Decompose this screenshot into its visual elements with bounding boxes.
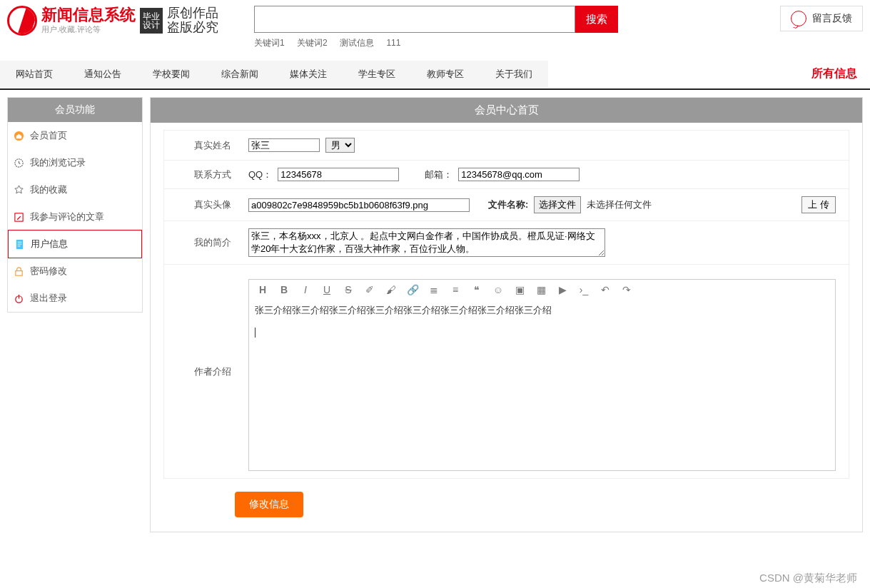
headset-icon — [791, 11, 806, 26]
no-file-text: 未选择任何文件 — [587, 198, 652, 211]
sidebar: 会员功能 会员首页 我的浏览记录 我的收藏 我参与评论的文章 用户信息 密码修改… — [7, 97, 143, 313]
nav-about[interactable]: 关于我们 — [480, 61, 548, 88]
lock-icon — [14, 266, 24, 277]
tool-bold-icon[interactable]: B — [278, 284, 290, 295]
site-title: 新闻信息系统 — [41, 6, 136, 24]
label-intro: 作者介绍 — [177, 365, 248, 378]
label-realname: 真实姓名 — [177, 139, 248, 152]
doc-icon — [14, 239, 25, 250]
brush-text-2: 盗版必究 — [167, 21, 218, 35]
edit-icon — [14, 212, 24, 223]
tool-eraser-icon[interactable]: ✐ — [363, 284, 376, 295]
sidebar-item-password[interactable]: 密码修改 — [8, 258, 142, 285]
tool-emoji-icon[interactable]: ☺ — [492, 284, 505, 295]
intro-editor[interactable]: 张三介绍张三介绍张三介绍张三介绍张三介绍张三介绍张三介绍张三介绍 — [249, 300, 835, 462]
submit-button[interactable]: 修改信息 — [235, 492, 303, 517]
qq-prefix: QQ： — [248, 168, 272, 181]
gender-select[interactable]: 男 — [325, 138, 355, 153]
tool-heading-icon[interactable]: H — [256, 284, 269, 295]
feedback-label: 留言反馈 — [812, 12, 852, 25]
sidebar-item-logout[interactable]: 退出登录 — [8, 285, 142, 312]
tool-table-icon[interactable]: ▦ — [535, 284, 547, 295]
design-badge: 毕业 设计 — [140, 8, 163, 34]
site-subtitle: 用户.收藏.评论等 — [41, 24, 136, 35]
label-contact: 联系方式 — [177, 168, 248, 181]
history-icon — [14, 158, 24, 168]
sidebar-item-home[interactable]: 会员首页 — [8, 122, 142, 149]
tool-redo-icon[interactable]: ↷ — [620, 284, 633, 295]
tool-more-icon[interactable]: ›_ — [577, 284, 590, 295]
qq-input[interactable] — [278, 168, 399, 181]
tool-quote-icon[interactable]: ❝ — [470, 284, 483, 295]
star-icon — [14, 185, 24, 196]
tool-image-icon[interactable]: ▣ — [513, 284, 526, 295]
label-bio: 我的简介 — [177, 236, 248, 249]
tool-italic-icon[interactable]: I — [299, 284, 312, 295]
choose-file-button[interactable]: 选择文件 — [534, 196, 581, 213]
tool-brush-icon[interactable]: 🖌 — [385, 284, 398, 295]
panel-title: 会员中心首页 — [151, 98, 862, 123]
main-nav: 网站首页 通知公告 学校要闻 综合新闻 媒体关注 学生专区 教师专区 关于我们 — [0, 61, 548, 88]
label-avatar: 真实头像 — [177, 198, 248, 211]
svg-rect-4 — [18, 241, 22, 242]
editor-toolbar: H B I U S ✐ 🖌 🔗 ≣ ≡ ❝ ☺ ▣ ▦ ▶ — [248, 279, 836, 300]
tool-list-icon[interactable]: ≣ — [428, 284, 440, 295]
svg-rect-6 — [18, 245, 21, 246]
nav-media[interactable]: 媒体关注 — [274, 61, 343, 88]
text-cursor — [255, 328, 256, 338]
bio-textarea[interactable] — [248, 228, 605, 257]
tool-video-icon[interactable]: ▶ — [556, 284, 569, 295]
realname-input[interactable] — [248, 138, 320, 152]
feedback-button[interactable]: 留言反馈 — [780, 6, 863, 31]
nav-general[interactable]: 综合新闻 — [206, 61, 274, 88]
tool-link-icon[interactable]: 🔗 — [406, 284, 419, 295]
logo-icon — [7, 6, 37, 36]
brush-text-1: 原创作品 — [167, 6, 218, 21]
mail-prefix: 邮箱： — [425, 168, 452, 181]
nav-home[interactable]: 网站首页 — [0, 61, 69, 88]
sidebar-item-comment[interactable]: 我参与评论的文章 — [8, 203, 142, 230]
nav-school[interactable]: 学校要闻 — [137, 61, 206, 88]
power-icon — [14, 293, 24, 304]
search-button[interactable]: 搜索 — [575, 6, 618, 33]
home-icon — [14, 131, 24, 141]
sidebar-item-history[interactable]: 我的浏览记录 — [8, 149, 142, 176]
sidebar-title: 会员功能 — [8, 98, 142, 122]
keyword-item[interactable]: 111 — [386, 38, 400, 48]
file-name-label: 文件名称: — [488, 198, 528, 211]
nav-notice[interactable]: 通知公告 — [69, 61, 137, 88]
svg-rect-5 — [18, 243, 22, 244]
content-panel: 会员中心首页 真实姓名 男 联系方式 QQ： 邮箱： 真实头像 — [150, 97, 863, 532]
nav-student[interactable]: 学生专区 — [343, 61, 411, 88]
avatar-path-input[interactable] — [248, 198, 470, 212]
nav-teacher[interactable]: 教师专区 — [411, 61, 480, 88]
search-input[interactable] — [254, 6, 575, 33]
sidebar-item-userinfo[interactable]: 用户信息 — [8, 230, 142, 258]
keyword-item[interactable]: 关键词1 — [254, 38, 285, 48]
tool-undo-icon[interactable]: ↶ — [599, 284, 612, 295]
keyword-item[interactable]: 测试信息 — [340, 38, 374, 48]
keyword-list: 关键词1 关键词2 测试信息 111 — [254, 37, 618, 49]
all-info-link[interactable]: 所有信息 — [799, 59, 870, 88]
sidebar-item-fav[interactable]: 我的收藏 — [8, 176, 142, 203]
keyword-item[interactable]: 关键词2 — [297, 38, 328, 48]
logo-block: 新闻信息系统 用户.收藏.评论等 毕业 设计 原创作品 盗版必究 — [7, 6, 218, 36]
svg-rect-7 — [16, 270, 22, 275]
tool-underline-icon[interactable]: U — [320, 284, 333, 295]
tool-strike-icon[interactable]: S — [342, 284, 355, 295]
email-input[interactable] — [458, 168, 580, 181]
tool-align-icon[interactable]: ≡ — [449, 284, 462, 295]
upload-button[interactable]: 上 传 — [801, 196, 836, 213]
